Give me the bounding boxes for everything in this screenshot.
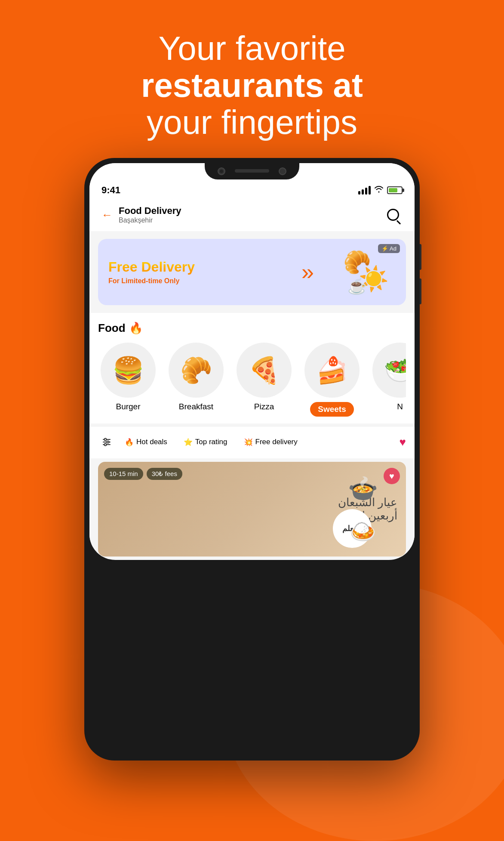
banner-food-image: 🥐 ☕ bbox=[318, 248, 396, 296]
category-breakfast[interactable]: 🥐 Breakfast bbox=[166, 343, 226, 417]
svg-point-3 bbox=[104, 439, 107, 441]
headline-line3: your fingertips bbox=[0, 104, 504, 141]
restaurant-image: عيار الشبعان أربعين لقمة المعلم 🍲 🍛 bbox=[98, 462, 406, 557]
section-title: Food 🔥 bbox=[98, 322, 406, 335]
category-breakfast-label: Breakfast bbox=[179, 402, 213, 411]
wifi-icon bbox=[374, 186, 384, 195]
category-breakfast-image: 🥐 bbox=[169, 343, 224, 398]
fee-badge: 30₺ fees bbox=[147, 468, 182, 480]
app-title-block: Food Delivery Başakşehir bbox=[119, 205, 181, 224]
category-burger[interactable]: 🍔 Burger bbox=[98, 343, 158, 417]
filter-icon bbox=[101, 437, 112, 447]
favorites-button[interactable]: ♥ bbox=[400, 436, 406, 449]
search-button[interactable] bbox=[384, 205, 403, 224]
status-time: 9:41 bbox=[101, 185, 120, 196]
category-burger-image: 🍔 bbox=[101, 343, 156, 398]
battery-icon bbox=[387, 186, 403, 194]
category-pizza-label: Pizza bbox=[254, 402, 274, 411]
notch bbox=[205, 163, 299, 179]
section-title-text: Food bbox=[98, 322, 126, 335]
notch-speaker bbox=[235, 169, 269, 173]
free-delivery-emoji: 💥 bbox=[244, 438, 253, 447]
side-button-top bbox=[420, 244, 421, 270]
phone-screen: 9:41 bbox=[89, 163, 415, 560]
signal-bars bbox=[358, 186, 371, 195]
filter-icon-button[interactable] bbox=[98, 433, 115, 451]
hot-deals-label: Hot deals bbox=[136, 438, 167, 446]
hot-deals-chip[interactable]: 🔥 Hot deals bbox=[118, 434, 174, 450]
content-area: Free Delivery For Limited-time Only » 🥐 … bbox=[89, 239, 415, 557]
food-section: Food 🔥 🍔 Burger 🥐 Breakfast bbox=[89, 313, 415, 424]
notch-camera bbox=[218, 167, 225, 175]
category-sweets-image: 🍰 bbox=[304, 343, 360, 398]
free-delivery-chip[interactable]: 💥 Free delivery bbox=[237, 434, 304, 450]
headline-line1: Your favorite bbox=[0, 30, 504, 67]
headline-bold: restaurants bbox=[141, 66, 324, 104]
side-button-mid bbox=[420, 278, 421, 304]
headline-at: at bbox=[333, 66, 363, 104]
category-more[interactable]: 🥗 N bbox=[370, 343, 406, 417]
search-icon bbox=[387, 209, 399, 221]
app-title: Food Delivery bbox=[119, 205, 181, 216]
promo-banner[interactable]: Free Delivery For Limited-time Only » 🥐 … bbox=[98, 239, 406, 305]
app-subtitle: Başakşehir bbox=[119, 216, 181, 224]
phone: 9:41 bbox=[84, 158, 420, 761]
headline-line2: restaurants at bbox=[0, 67, 504, 104]
plate-icon: 🍛 bbox=[350, 519, 376, 544]
notch-camera2 bbox=[279, 167, 286, 175]
food-emoji-group: 🥐 ☕ bbox=[343, 249, 371, 295]
category-sweets-label: Sweets bbox=[310, 402, 353, 417]
category-more-image: 🥗 bbox=[372, 343, 406, 398]
hot-deals-emoji: 🔥 bbox=[125, 438, 134, 447]
signal-bar-1 bbox=[358, 191, 360, 195]
coffee-icon: ☕ bbox=[347, 277, 367, 295]
signal-bar-3 bbox=[365, 188, 367, 195]
signal-bar-2 bbox=[362, 189, 364, 195]
signal-bar-4 bbox=[369, 186, 371, 195]
category-burger-label: Burger bbox=[116, 402, 140, 411]
category-pizza-image: 🍕 bbox=[237, 343, 292, 398]
top-rating-emoji: ⭐ bbox=[184, 438, 193, 447]
category-sweets[interactable]: 🍰 Sweets bbox=[302, 343, 362, 417]
food-categories: 🍔 Burger 🥐 Breakfast 🍕 Pizza bbox=[98, 343, 406, 417]
time-badge: 10-15 min bbox=[104, 468, 143, 480]
filter-bar: 🔥 Hot deals ⭐ Top rating 💥 Free delivery… bbox=[89, 426, 415, 458]
top-rating-label: Top rating bbox=[195, 438, 227, 446]
category-pizza[interactable]: 🍕 Pizza bbox=[234, 343, 294, 417]
back-button[interactable]: ← bbox=[101, 208, 113, 222]
svg-point-4 bbox=[107, 441, 109, 443]
banner-title: Free Delivery bbox=[108, 260, 297, 275]
headline-section: Your favorite restaurants at your finger… bbox=[0, 0, 504, 158]
free-delivery-label: Free delivery bbox=[255, 438, 298, 446]
phone-wrapper: 9:41 bbox=[0, 158, 504, 761]
app-header: ← Food Delivery Başakşehir bbox=[89, 199, 415, 231]
battery-fill bbox=[389, 188, 397, 192]
banner-arrows: » bbox=[301, 259, 314, 285]
status-icons bbox=[358, 186, 403, 195]
croissant-icon: 🥐 bbox=[343, 249, 371, 275]
banner-subtitle: For Limited-time Only bbox=[108, 277, 297, 285]
banner-text: Free Delivery For Limited-time Only bbox=[108, 260, 297, 285]
category-more-label: N bbox=[397, 402, 403, 411]
restaurant-badges: 10-15 min 30₺ fees bbox=[104, 468, 182, 480]
top-rating-chip[interactable]: ⭐ Top rating bbox=[177, 434, 234, 450]
restaurant-card[interactable]: عيار الشبعان أربعين لقمة المعلم 🍲 🍛 bbox=[98, 462, 406, 557]
fire-icon: 🔥 bbox=[129, 322, 143, 335]
app-header-left: ← Food Delivery Başakşehir bbox=[101, 205, 181, 224]
svg-point-5 bbox=[104, 444, 107, 446]
bowl-icon: 🍲 bbox=[348, 474, 378, 503]
